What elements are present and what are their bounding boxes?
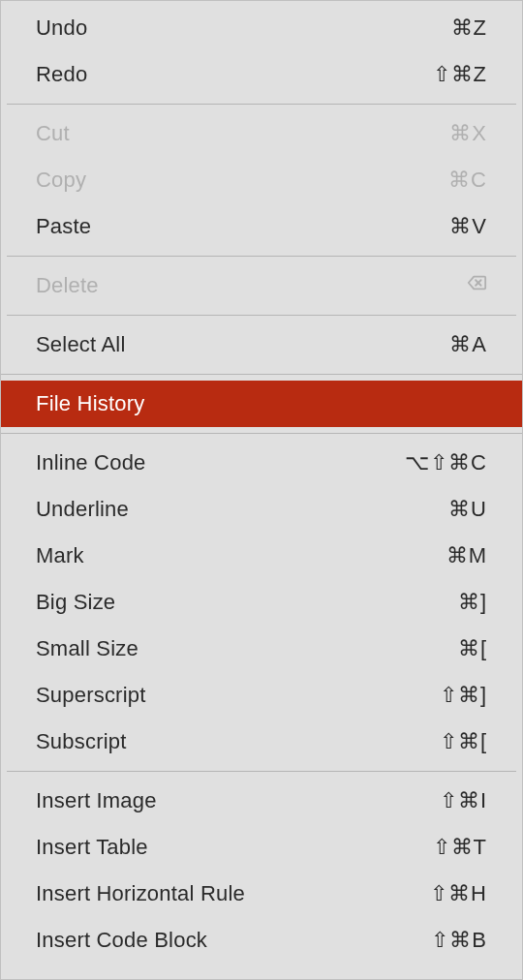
menu-item-label: Insert Code Block [36,928,207,953]
menu-item-label: Mark [36,543,84,568]
menu-item-shortcut: ⌘Z [371,15,487,41]
menu-item-shortcut: ⌘[ [371,636,487,661]
context-menu: Undo ⌘Z Redo ⇧⌘Z Cut ⌘X Copy ⌘C Paste ⌘V… [0,0,523,980]
menu-item-insert-table[interactable]: Insert Table ⇧⌘T [1,824,522,871]
menu-separator [7,256,516,257]
menu-separator [1,433,522,434]
menu-item-shortcut: ⇧⌘H [371,881,487,906]
menu-item-label: Delete [36,273,99,298]
menu-item-superscript[interactable]: Superscript ⇧⌘] [1,672,522,719]
menu-item-shortcut: ⌥⇧⌘C [371,450,487,475]
menu-item-shortcut: ⌘A [371,332,487,357]
menu-item-insert-code-block[interactable]: Insert Code Block ⇧⌘B [1,917,522,964]
menu-item-shortcut: ⇧⌘] [371,683,487,708]
menu-item-label: Undo [36,15,87,41]
menu-item-shortcut: ⇧⌘[ [371,729,487,754]
menu-item-shortcut: ⇧⌘Z [371,62,487,87]
menu-item-label: Paste [36,214,91,239]
menu-item-label: Copy [36,168,86,193]
menu-item-label: Cut [36,121,70,146]
menu-item-shortcut: ⌘X [371,121,487,146]
menu-item-label: Redo [36,62,87,87]
menu-item-redo[interactable]: Redo ⇧⌘Z [1,51,522,98]
menu-item-copy: Copy ⌘C [1,157,522,203]
menu-item-select-all[interactable]: Select All ⌘A [1,322,522,368]
menu-item-label: Big Size [36,590,115,615]
delete-backspace-icon [371,272,487,299]
menu-item-shortcut: ⇧⌘T [371,835,487,860]
menu-item-insert-horizontal-rule[interactable]: Insert Horizontal Rule ⇧⌘H [1,871,522,917]
menu-item-shortcut: ⌘M [371,543,487,568]
menu-item-shortcut: ⌘V [371,214,487,239]
menu-separator [7,771,516,772]
menu-item-label: Underline [36,497,129,522]
menu-item-underline[interactable]: Underline ⌘U [1,486,522,533]
menu-item-label: Inline Code [36,450,146,475]
menu-item-undo[interactable]: Undo ⌘Z [1,5,522,51]
menu-item-cut: Cut ⌘X [1,110,522,157]
menu-item-shortcut: ⌘U [371,497,487,522]
menu-item-mark[interactable]: Mark ⌘M [1,533,522,579]
menu-item-shortcut: ⇧⌘I [371,788,487,813]
menu-item-subscript[interactable]: Subscript ⇧⌘[ [1,719,522,765]
menu-item-file-history[interactable]: File History [1,381,522,427]
menu-separator [7,315,516,316]
menu-item-insert-image[interactable]: Insert Image ⇧⌘I [1,778,522,824]
menu-item-label: Small Size [36,636,138,661]
menu-separator [7,104,516,105]
menu-item-label: Subscript [36,729,127,754]
menu-item-shortcut: ⌘] [371,590,487,615]
menu-item-label: Insert Image [36,788,157,813]
menu-item-label: Superscript [36,683,145,708]
menu-item-shortcut: ⌘C [371,168,487,193]
menu-item-label: Insert Table [36,835,148,860]
menu-item-inline-code[interactable]: Inline Code ⌥⇧⌘C [1,440,522,486]
menu-item-delete: Delete [1,262,522,309]
menu-item-label: File History [36,391,144,416]
menu-item-big-size[interactable]: Big Size ⌘] [1,579,522,626]
menu-item-paste[interactable]: Paste ⌘V [1,203,522,250]
menu-item-shortcut: ⇧⌘B [371,928,487,953]
menu-item-small-size[interactable]: Small Size ⌘[ [1,626,522,672]
menu-separator [1,374,522,375]
menu-item-label: Select All [36,332,126,357]
menu-item-label: Insert Horizontal Rule [36,881,245,906]
